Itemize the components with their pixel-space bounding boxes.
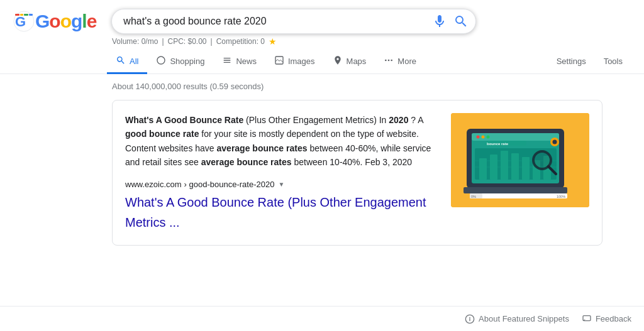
star-icon[interactable]: ★ — [269, 36, 277, 46]
feedback-item[interactable]: Feedback — [582, 314, 631, 324]
tab-shopping-label: Shopping — [170, 57, 204, 66]
svg-rect-4 — [24, 14, 28, 16]
tools-label: Tools — [604, 57, 623, 66]
svg-rect-5 — [29, 14, 33, 16]
snippet-bold-avg2: average bounce rates — [201, 157, 292, 167]
svg-rect-2 — [15, 14, 19, 16]
svg-text:G: G — [15, 14, 25, 30]
snippet-dropdown-arrow[interactable]: ▼ — [278, 180, 284, 190]
tab-images-label: Images — [288, 57, 315, 66]
tab-all[interactable]: All — [107, 50, 147, 74]
snippet-bold-avg1: average bounce rates — [217, 143, 308, 153]
svg-rect-34 — [464, 187, 567, 193]
microphone-icon[interactable] — [432, 14, 447, 29]
svg-point-8 — [388, 60, 390, 62]
tab-news[interactable]: News — [213, 50, 265, 74]
svg-rect-26 — [501, 151, 508, 180]
search-icons — [432, 14, 469, 29]
bounce-rate-illustration: bounce rate — [451, 113, 589, 207]
cpc-text: CPC: $0.00 — [168, 37, 207, 46]
svg-rect-24 — [479, 158, 487, 180]
feedback-icon — [582, 314, 592, 324]
snippet-path: › good-bounce-rate-2020 — [184, 178, 275, 192]
snippet-text-part5: between 10-40%. Feb 3, 2020 — [294, 157, 412, 167]
header: G Google what's a good bounce rate 2020 — [0, 0, 644, 34]
settings-link[interactable]: Settings — [548, 52, 595, 73]
results-area: About 140,000,000 results (0.59 seconds)… — [0, 74, 644, 246]
snippet-url-line: www.ezoic.com › good-bounce-rate-2020 ▼ — [125, 178, 438, 192]
competition-text: Competition: 0 — [216, 37, 265, 46]
snippet-link[interactable]: What's A Good Bounce Rate (Plus Other En… — [125, 192, 438, 232]
meta-separator1: | — [162, 37, 164, 46]
meta-line: Volume: 0/mo | CPC: $0.00 | Competition:… — [0, 34, 644, 46]
tab-more[interactable]: More — [375, 50, 425, 74]
snippet-domain: www.ezoic.com — [125, 178, 182, 192]
tab-maps-label: Maps — [347, 57, 367, 66]
featured-snippet-card: What's A Good Bounce Rate (Plus Other En… — [112, 100, 602, 246]
snippet-image: bounce rate — [451, 113, 589, 207]
svg-point-15 — [482, 136, 485, 139]
tab-images[interactable]: Images — [265, 50, 324, 74]
feedback-label: Feedback — [596, 314, 631, 323]
search-box-wrapper: what's a good bounce rate 2020 — [111, 9, 476, 34]
svg-point-14 — [477, 136, 480, 139]
tab-shopping[interactable]: Shopping — [147, 50, 213, 74]
svg-text:0%: 0% — [471, 195, 476, 198]
info-icon — [465, 314, 475, 324]
snippet-content: What's A Good Bounce Rate (Plus Other En… — [125, 113, 438, 232]
footer-bar: About Featured Snippets Feedback — [0, 306, 644, 331]
tab-all-label: All — [130, 57, 138, 66]
svg-text:bounce rate: bounce rate — [487, 142, 509, 146]
meta-separator2: | — [211, 37, 213, 46]
svg-rect-13 — [472, 133, 559, 141]
google-logo[interactable]: G Google — [13, 10, 96, 33]
svg-rect-25 — [490, 155, 497, 180]
snippet-text-part2: ? A — [411, 115, 423, 125]
snippet-text-part1: (Plus Other Engagement Metrics) In — [246, 115, 389, 125]
svg-point-9 — [391, 60, 393, 62]
more-tab-icon — [384, 55, 394, 67]
shopping-tab-icon — [156, 55, 166, 67]
snippet-bold-title: What's A Good Bounce Rate — [125, 115, 243, 125]
snippet-text: What's A Good Bounce Rate (Plus Other En… — [125, 113, 438, 170]
svg-text:100%: 100% — [557, 195, 565, 198]
tab-maps[interactable]: Maps — [324, 50, 375, 74]
nav-settings: Settings Tools — [548, 52, 631, 72]
settings-label: Settings — [557, 57, 586, 66]
svg-rect-28 — [522, 157, 530, 180]
volume-text: Volume: 0/mo — [112, 37, 158, 46]
svg-rect-35 — [470, 193, 567, 198]
snippet-bold-year: 2020 — [389, 115, 408, 125]
search-input[interactable]: what's a good bounce rate 2020 — [111, 9, 476, 34]
results-count: About 140,000,000 results (0.59 seconds) — [112, 82, 631, 91]
logo-text: Google — [35, 11, 96, 32]
news-tab-icon — [222, 55, 232, 67]
svg-point-16 — [487, 136, 490, 139]
tools-link[interactable]: Tools — [595, 52, 631, 73]
tab-more-label: More — [397, 57, 416, 66]
about-snippets-item[interactable]: About Featured Snippets — [465, 314, 569, 324]
maps-tab-icon — [333, 55, 343, 67]
svg-rect-27 — [511, 153, 519, 180]
images-tab-icon — [274, 55, 284, 67]
about-snippets-label: About Featured Snippets — [479, 314, 569, 323]
search-submit-icon[interactable] — [453, 14, 469, 29]
all-tab-icon — [116, 55, 126, 67]
google-logo-icon: G — [13, 10, 35, 33]
svg-point-7 — [385, 60, 387, 62]
svg-point-20 — [553, 140, 557, 144]
tab-news-label: News — [236, 57, 257, 66]
snippet-bold-good: good bounce rate — [125, 129, 199, 139]
svg-rect-3 — [20, 14, 23, 16]
nav-tabs: All Shopping News Images Maps More Setti… — [0, 46, 644, 74]
